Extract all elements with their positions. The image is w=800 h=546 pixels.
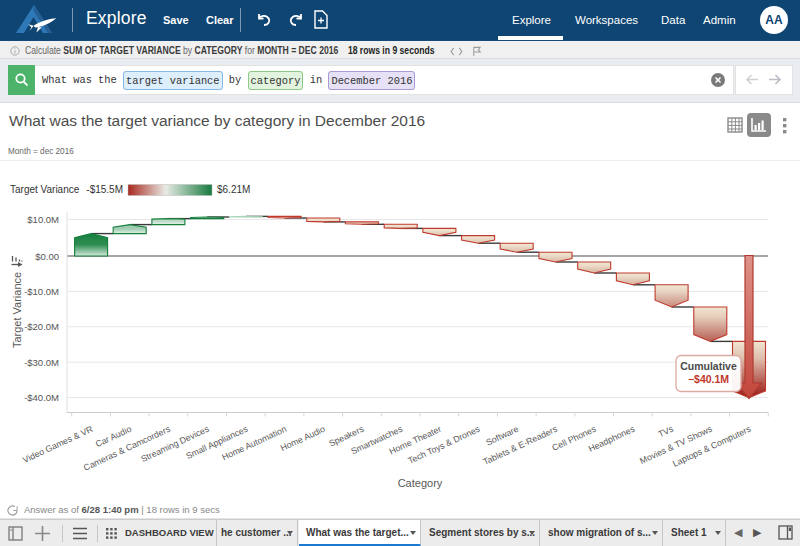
svg-text:-$40.0M: -$40.0M: [24, 392, 59, 403]
svg-text:-$30.0M: -$30.0M: [24, 357, 59, 368]
svg-text:-$10.0M: -$10.0M: [24, 286, 59, 297]
svg-text:Home Audio: Home Audio: [279, 424, 327, 453]
svg-text:$6.21M: $6.21M: [217, 184, 250, 195]
svg-text:Category: Category: [398, 477, 443, 489]
svg-text:TVs: TVs: [657, 423, 676, 439]
svg-text:−$40.1M: −$40.1M: [688, 373, 729, 385]
svg-text:Target Variance: Target Variance: [10, 184, 80, 195]
svg-text:$10.0M: $10.0M: [27, 214, 59, 225]
svg-text:Video Games & VR: Video Games & VR: [21, 424, 94, 465]
svg-text:-$20.0M: -$20.0M: [24, 321, 59, 332]
svg-text:Cumulative: Cumulative: [680, 360, 737, 372]
svg-text:$0.00: $0.00: [35, 251, 59, 262]
svg-text:-$15.5M: -$15.5M: [86, 184, 123, 195]
svg-text:Target Variance: Target Variance: [11, 272, 23, 348]
svg-text:Tech Toys & Drones: Tech Toys & Drones: [406, 423, 482, 465]
